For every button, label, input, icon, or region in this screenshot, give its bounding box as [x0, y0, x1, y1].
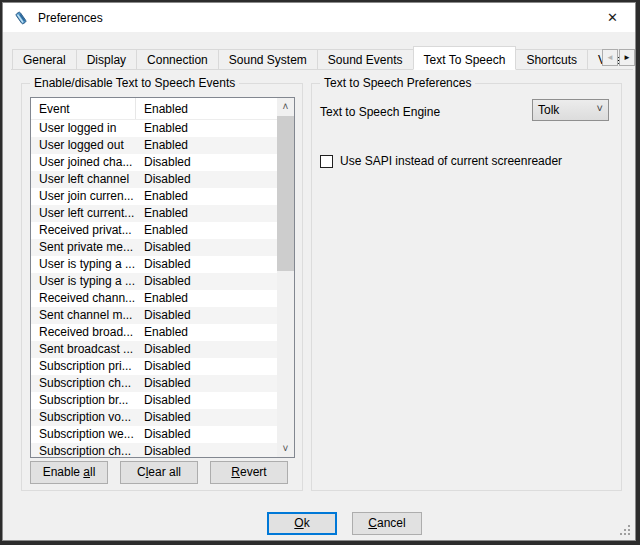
events-list[interactable]: Event Enabled User logged in Enabled Use… [30, 97, 295, 458]
event-cell: Received broad... [31, 324, 135, 341]
sapi-checkbox-label: Use SAPI instead of current screenreader [340, 154, 562, 168]
title-bar[interactable]: Preferences ✕ [3, 3, 635, 32]
enabled-cell: Enabled [135, 290, 188, 307]
tab[interactable]: Connection [136, 49, 219, 70]
event-cell: Subscription ch... [31, 375, 135, 392]
vertical-scrollbar[interactable]: ˄ ˅ [277, 98, 294, 457]
chevron-down-icon: ˅ [597, 102, 603, 114]
enabled-cell: Disabled [135, 426, 191, 443]
enabled-cell: Disabled [135, 409, 191, 426]
tab-label: Shortcuts [526, 53, 577, 67]
event-cell: User logged out [31, 137, 135, 154]
enabled-cell: Enabled [135, 188, 188, 205]
enabled-cell: Disabled [135, 341, 191, 358]
table-row[interactable]: User is typing a ... Disabled [31, 273, 277, 290]
enabled-cell: Enabled [135, 222, 188, 239]
sapi-checkbox-row[interactable]: Use SAPI instead of current screenreader [320, 154, 562, 168]
screen-backdrop: Preferences ✕ General Display Connection [0, 0, 640, 545]
table-row[interactable]: User join curren... Enabled [31, 188, 277, 205]
app-icon [13, 10, 29, 26]
event-cell: User join curren... [31, 188, 135, 205]
table-row[interactable]: Subscription vo... Disabled [31, 409, 277, 426]
tab[interactable]: Shortcuts [515, 49, 588, 70]
tab-scroll-right-icon[interactable]: ► [619, 49, 635, 66]
tab-label: Display [87, 53, 126, 67]
tab[interactable]: Sound System [218, 49, 318, 70]
cancel-button[interactable]: Cancel [352, 512, 422, 535]
table-row[interactable]: User left current... Enabled [31, 205, 277, 222]
tab-label: Sound System [229, 53, 307, 67]
scroll-down-icon[interactable]: ˅ [277, 440, 294, 457]
tab-label: General [23, 53, 66, 67]
table-row[interactable]: Subscription ch... Disabled [31, 375, 277, 392]
table-row[interactable]: Sent private me... Disabled [31, 239, 277, 256]
tab-scroll-left-icon[interactable]: ◄ [602, 49, 618, 66]
table-row[interactable]: Sent broadcast ... Disabled [31, 341, 277, 358]
tab[interactable]: Sound Events [317, 49, 414, 70]
event-cell: Sent broadcast ... [31, 341, 135, 358]
tab-label: Sound Events [328, 53, 403, 67]
table-row[interactable]: User is typing a ... Disabled [31, 256, 277, 273]
clear-all-button[interactable]: Clear all [120, 461, 198, 484]
window-title: Preferences [38, 11, 103, 25]
resize-grip[interactable] [628, 533, 630, 535]
enabled-cell: Disabled [135, 443, 191, 457]
event-cell: Received privat... [31, 222, 135, 239]
scrollbar-thumb[interactable] [277, 116, 294, 271]
enabled-cell: Enabled [135, 137, 188, 154]
table-row[interactable]: User logged out Enabled [31, 137, 277, 154]
engine-label: Text to Speech Engine [320, 105, 440, 119]
enabled-cell: Enabled [135, 324, 188, 341]
table-row[interactable]: User joined cha... Disabled [31, 154, 277, 171]
sapi-checkbox[interactable] [320, 155, 333, 168]
engine-selected-value: Tolk [538, 103, 559, 117]
table-row[interactable]: Received privat... Enabled [31, 222, 277, 239]
event-cell: User joined cha... [31, 154, 135, 171]
event-cell: Subscription br... [31, 392, 135, 409]
table-row[interactable]: Subscription pri... Disabled [31, 358, 277, 375]
enabled-cell: Disabled [135, 273, 191, 290]
table-row[interactable]: Received broad... Enabled [31, 324, 277, 341]
preferences-dialog: Preferences ✕ General Display Connection [2, 2, 636, 541]
column-header-event[interactable]: Event [31, 98, 135, 119]
table-row[interactable]: User logged in Enabled [31, 120, 277, 137]
table-row[interactable]: User left channel Disabled [31, 171, 277, 188]
table-row[interactable]: Subscription br... Disabled [31, 392, 277, 409]
tts-group-box: Text to Speech Preferences Text to Speec… [311, 83, 622, 491]
enable-all-button[interactable]: Enable all [30, 461, 108, 484]
list-rows: User logged in Enabled User logged out E… [31, 120, 277, 457]
revert-button[interactable]: Revert [210, 461, 288, 484]
tts-group-title: Text to Speech Preferences [320, 76, 475, 91]
close-icon[interactable]: ✕ [590, 3, 635, 32]
tab-label: Connection [147, 53, 208, 67]
enabled-cell: Disabled [135, 375, 191, 392]
engine-select[interactable]: Tolk ˅ [532, 99, 609, 121]
tab-strip: General Display Connection Sound System … [12, 46, 633, 70]
table-row[interactable]: Subscription we... Disabled [31, 426, 277, 443]
ok-button[interactable]: Ok [267, 512, 337, 535]
enabled-cell: Disabled [135, 358, 191, 375]
event-cell: Sent private me... [31, 239, 135, 256]
tab[interactable]: Display [76, 49, 137, 70]
event-cell: Subscription vo... [31, 409, 135, 426]
table-row[interactable]: Subscription ch... Disabled [31, 443, 277, 457]
event-cell: User left current... [31, 205, 135, 222]
enabled-cell: Disabled [135, 154, 191, 171]
event-cell: Sent channel m... [31, 307, 135, 324]
scroll-up-icon[interactable]: ˄ [277, 98, 294, 115]
table-row[interactable]: Sent channel m... Disabled [31, 307, 277, 324]
tab[interactable]: General [12, 49, 77, 70]
column-header-enabled[interactable]: Enabled [135, 98, 294, 119]
enabled-cell: Disabled [135, 392, 191, 409]
event-cell: Subscription pri... [31, 358, 135, 375]
events-group-box: Enable/disable Text to Speech Events Eve… [21, 83, 303, 491]
event-cell: Subscription ch... [31, 443, 135, 457]
event-cell: User is typing a ... [31, 273, 135, 290]
event-cell: User logged in [31, 120, 135, 137]
list-header: Event Enabled [31, 98, 294, 120]
table-row[interactable]: Received chann... Enabled [31, 290, 277, 307]
enabled-cell: Disabled [135, 307, 191, 324]
enabled-cell: Disabled [135, 256, 191, 273]
tab[interactable]: Text To Speech [413, 46, 517, 70]
event-cell: User is typing a ... [31, 256, 135, 273]
